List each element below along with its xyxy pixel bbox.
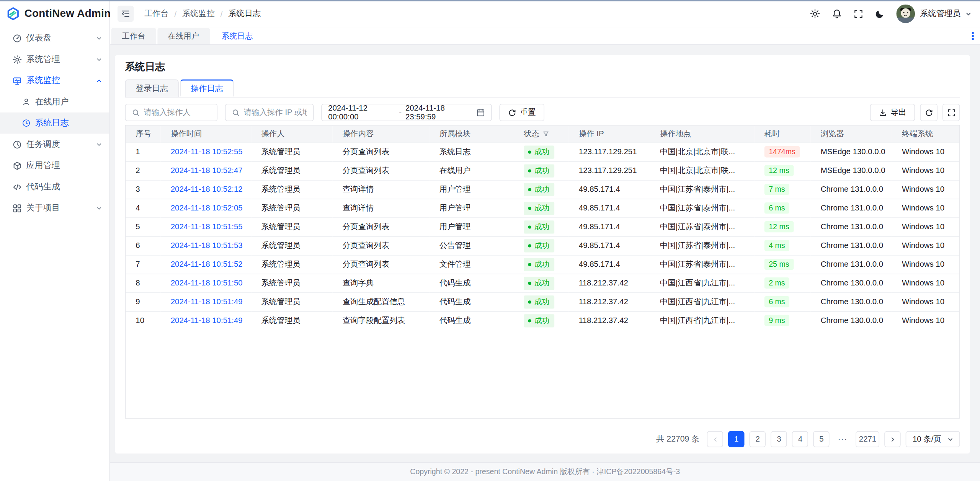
breadcrumb-item[interactable]: 工作台 (144, 8, 169, 19)
page-button-4[interactable]: 4 (792, 431, 808, 447)
table-row: 6 2024-11-18 10:51:53 系统管理员 分页查询列表 公告管理 … (126, 236, 959, 255)
page-ellipsis[interactable]: ··· (835, 431, 851, 447)
tab-online-users[interactable]: 在线用户 (157, 28, 210, 44)
log-time-link[interactable]: 2024-11-18 10:52:47 (171, 166, 243, 175)
log-time-link[interactable]: 2024-11-18 10:51:49 (171, 297, 243, 306)
operator-search-input[interactable] (144, 108, 211, 117)
pagination: 共 22709 条 1 2 3 4 5 ··· 2271 (125, 431, 960, 447)
status-text: 成功 (534, 297, 549, 307)
total-count: 共 22709 条 (656, 434, 699, 445)
settings-gear-icon[interactable] (810, 9, 820, 19)
cell-operator: 系统管理员 (251, 292, 332, 311)
cell-module: 系统日志 (430, 142, 514, 161)
cell-index: 1 (126, 142, 160, 161)
ip-search-field[interactable] (225, 104, 314, 121)
log-time-link[interactable]: 2024-11-18 10:52:05 (171, 204, 243, 212)
subtab-login-log[interactable]: 登录日志 (125, 79, 179, 97)
sidebar-item-task-schedule[interactable]: 任务调度 (0, 134, 109, 155)
notification-bell-icon[interactable] (832, 9, 842, 19)
date-range-picker[interactable]: 2024-11-12 00:00:00 - 2024-11-18 23:59:5… (321, 104, 492, 121)
refresh-table-button[interactable] (920, 104, 938, 121)
fullscreen-icon[interactable] (854, 9, 863, 18)
cell-location: 中国|江西省|九江市|... (650, 311, 755, 330)
chevron-down-icon (96, 142, 102, 147)
table-row: 5 2024-11-18 10:51:55 系统管理员 分页查询列表 用户管理 … (126, 217, 959, 236)
status-dot-icon (528, 225, 531, 228)
page-button-2[interactable]: 2 (750, 431, 766, 447)
cell-module: 用户管理 (430, 217, 514, 236)
page-size-select[interactable]: 10 条/页 (906, 431, 960, 447)
next-page-button[interactable] (884, 431, 900, 447)
user-menu[interactable]: 系统管理员 (896, 4, 971, 23)
cell-module: 在线用户 (430, 161, 514, 180)
download-icon (879, 108, 887, 116)
cell-location: 中国|江苏省|泰州市|... (650, 236, 755, 255)
sidebar-collapse-button[interactable] (118, 6, 134, 22)
log-time-link[interactable]: 2024-11-18 10:51:55 (171, 222, 243, 231)
chevron-up-icon (96, 78, 102, 83)
tab-workbench[interactable]: 工作台 (111, 28, 156, 44)
cell-module: 代码生成 (430, 274, 514, 292)
sidebar-item-system-management[interactable]: 系统管理 (0, 49, 109, 70)
table-row: 7 2024-11-18 10:51:52 系统管理员 分页查询列表 文件管理 … (126, 255, 959, 274)
tab-actions-more-icon[interactable] (972, 32, 974, 40)
cell-os: Windows 10 (892, 161, 959, 180)
sidebar-item-dashboard[interactable]: 仪表盘 (0, 28, 109, 49)
operator-search-field[interactable] (125, 104, 218, 121)
sidebar-menu: 仪表盘 系统管理 (0, 28, 109, 219)
cell-operator: 系统管理员 (251, 142, 332, 161)
sidebar-item-code-generation[interactable]: 代码生成 (0, 176, 109, 197)
tab-system-log[interactable]: 系统日志 (211, 28, 263, 44)
sidebar-item-system-log[interactable]: 系统日志 (0, 113, 109, 134)
cell-module: 代码生成 (430, 292, 514, 311)
duration-badge: 4 ms (764, 240, 789, 251)
filter-funnel-icon[interactable] (542, 130, 549, 137)
ip-search-input[interactable] (244, 108, 307, 117)
sidebar-item-system-monitor[interactable]: 系统监控 (0, 70, 109, 91)
log-time-link[interactable]: 2024-11-18 10:51:53 (171, 241, 243, 250)
content-area: 系统日志 登录日志 操作日志 (110, 45, 980, 463)
sidebar-item-online-users[interactable]: 在线用户 (0, 91, 109, 113)
subtab-operation-log[interactable]: 操作日志 (180, 79, 234, 97)
calendar-icon (476, 108, 485, 117)
breadcrumb-item[interactable]: 系统监控 (182, 8, 215, 19)
date-start-value: 2024-11-12 00:00:00 (328, 104, 395, 121)
cell-module: 用户管理 (430, 199, 514, 217)
status-dot-icon (528, 319, 531, 322)
page-button-5[interactable]: 5 (813, 431, 830, 447)
menu-fold-icon (121, 9, 130, 18)
page-button-last[interactable]: 2271 (856, 431, 880, 447)
table-row: 9 2024-11-18 10:51:49 系统管理员 查询生成配置信息 代码生… (126, 292, 959, 311)
cell-location: 中国|北京|北京市|联... (650, 161, 755, 180)
user-name: 系统管理员 (920, 8, 960, 19)
log-time-link[interactable]: 2024-11-18 10:51:50 (171, 279, 243, 287)
prev-page-button[interactable] (707, 431, 723, 447)
table-row: 3 2024-11-18 10:52:12 系统管理员 查询详情 用户管理 成功… (126, 180, 959, 199)
dark-mode-moon-icon[interactable] (875, 9, 884, 18)
log-time-link[interactable]: 2024-11-18 10:51:49 (171, 316, 243, 325)
page-button-1[interactable]: 1 (728, 431, 745, 447)
cell-index: 6 (126, 236, 160, 255)
log-time-link[interactable]: 2024-11-18 10:51:52 (171, 260, 243, 269)
duration-badge: 25 ms (764, 259, 794, 270)
log-time-link[interactable]: 2024-11-18 10:52:55 (171, 147, 243, 156)
cell-operator: 系统管理员 (251, 217, 332, 236)
cell-content: 查询详情 (333, 180, 430, 199)
log-table: 序号 操作时间 操作人 操作内容 所属模块 状态 (125, 125, 960, 419)
cell-operator: 系统管理员 (251, 161, 332, 180)
export-button[interactable]: 导出 (870, 104, 915, 121)
col-index: 序号 (126, 126, 160, 142)
cube-icon (13, 161, 22, 170)
cell-index: 9 (126, 292, 160, 311)
sidebar-item-about-project[interactable]: 关于项目 (0, 197, 109, 219)
log-time-link[interactable]: 2024-11-18 10:52:12 (171, 185, 243, 194)
cell-operator: 系统管理员 (251, 180, 332, 199)
duration-badge: 12 ms (764, 165, 794, 176)
cell-index: 5 (126, 217, 160, 236)
reset-button[interactable]: 重置 (499, 104, 544, 121)
cell-ip: 49.85.171.4 (569, 217, 650, 236)
page-button-3[interactable]: 3 (771, 431, 787, 447)
fullscreen-table-button[interactable] (942, 104, 960, 121)
sidebar-item-app-management[interactable]: 应用管理 (0, 155, 109, 176)
sidebar-item-label: 关于项目 (26, 202, 60, 214)
